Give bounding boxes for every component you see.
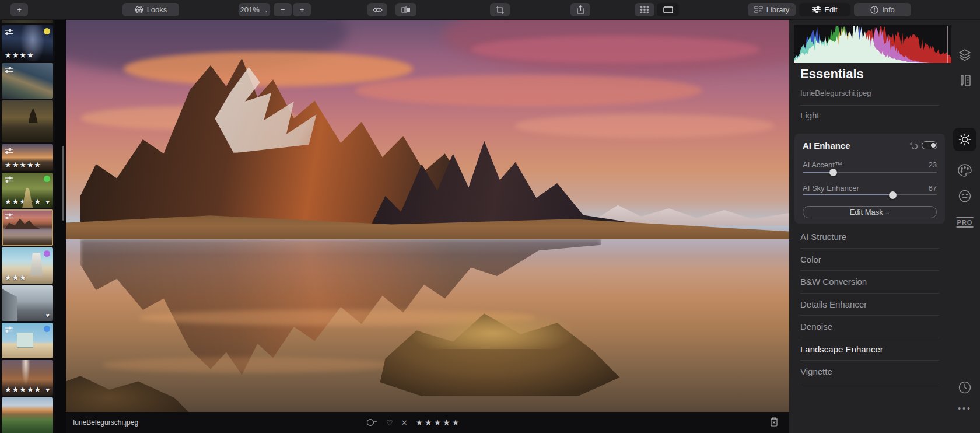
filmstrip-thumbnail[interactable]: ★★★ <box>2 247 53 284</box>
edited-badge-icon <box>4 146 13 157</box>
filmstrip-thumbnail[interactable] <box>2 20 53 23</box>
tab-label: Library <box>766 5 790 14</box>
rating-stars[interactable]: ★★★★★ <box>416 418 461 427</box>
slider-thumb[interactable] <box>889 191 897 199</box>
pro-label: PRO <box>957 217 974 228</box>
edit-mask-label: Edit Mask <box>850 208 883 216</box>
panel-filename: IurieBelegurschi.jpeg <box>800 89 871 97</box>
plus-icon: + <box>17 5 22 14</box>
tab-edit[interactable]: Edit <box>799 3 850 16</box>
canvas-tools-icon[interactable] <box>958 74 972 89</box>
share-button[interactable] <box>570 3 590 16</box>
filmstrip-thumbnail-selected[interactable] <box>2 209 53 246</box>
thumb-rating-stars: ★★★★★ <box>5 385 41 394</box>
color-label-dot <box>44 250 50 257</box>
filmstrip-thumbnail[interactable]: ★★★★★ <box>2 144 53 171</box>
filmstrip-thumbnail[interactable]: ★★★★ <box>2 25 53 61</box>
thumb-favorite-icon: ♥ <box>46 312 50 319</box>
section-color[interactable]: Color <box>800 249 939 271</box>
filmstrip-thumbnail[interactable]: ★★★★★♥ <box>2 173 53 208</box>
compare-before-after-button[interactable] <box>396 3 416 16</box>
ai-enhance-toggle[interactable] <box>922 141 937 149</box>
history-clock-icon[interactable] <box>958 380 972 394</box>
slider-value: 23 <box>929 160 937 169</box>
trash-icon[interactable] <box>769 417 779 429</box>
panel-title: Essentials <box>800 67 864 82</box>
single-view-icon <box>663 6 673 13</box>
color-label-dot <box>44 28 50 34</box>
photo-canvas[interactable] <box>66 20 789 412</box>
zoom-out-button[interactable]: − <box>274 3 292 16</box>
zoom-value: 201% <box>240 5 260 14</box>
edited-badge-icon <box>4 27 13 38</box>
tab-library[interactable]: Library <box>748 3 796 16</box>
ai-enhance-title: AI Enhance <box>803 141 850 151</box>
canvas-area: IurieBelegurschi.jpeg ♡ ✕ ★★★★★ <box>66 20 789 433</box>
tab-label: Info <box>882 5 895 14</box>
crop-button[interactable] <box>490 3 510 16</box>
edit-state-icon[interactable] <box>366 418 378 427</box>
chevron-down-icon: ⌄ <box>886 209 890 215</box>
portrait-smiley-icon[interactable] <box>958 189 972 203</box>
layers-icon[interactable] <box>958 48 972 62</box>
photo-art <box>514 114 775 137</box>
preview-original-button[interactable] <box>368 3 387 16</box>
color-label-dot <box>44 326 50 332</box>
section-denoise[interactable]: Denoise <box>800 316 939 338</box>
zoom-level-dropdown[interactable]: 201% ⌄ <box>239 3 270 16</box>
top-toolbar: + Looks 201% ⌄ − + <box>0 0 980 20</box>
favorite-heart-icon[interactable]: ♡ <box>386 418 393 427</box>
edited-badge-icon <box>4 212 13 222</box>
edit-mask-button[interactable]: Edit Mask ⌄ <box>803 206 937 218</box>
section-b-w-conversion[interactable]: B&W Conversion <box>800 271 939 294</box>
reset-icon[interactable] <box>909 141 918 152</box>
dots-label: ••• <box>958 404 972 413</box>
tab-info[interactable]: Info <box>854 3 911 16</box>
thumb-rating-stars: ★★★★★ <box>5 160 41 169</box>
slider-thumb[interactable] <box>830 169 837 176</box>
thumb-rating-stars: ★★★★★ <box>5 197 41 206</box>
edit-sliders-icon <box>812 6 821 13</box>
photo-art <box>66 239 789 255</box>
thumb-rating-stars: ★★★ <box>5 273 27 282</box>
edited-badge-icon <box>4 325 13 336</box>
filmstrip-thumbnail[interactable] <box>2 100 53 142</box>
reject-x-icon[interactable]: ✕ <box>401 418 408 427</box>
section-details-enhancer[interactable]: Details Enhancer <box>800 294 939 316</box>
zoom-in-button[interactable]: + <box>293 3 311 16</box>
slider-track[interactable] <box>803 172 937 173</box>
gallery-grid-view-button[interactable] <box>635 3 654 16</box>
looks-button[interactable]: Looks <box>123 3 179 16</box>
filmstrip-thumbnail[interactable] <box>2 397 53 433</box>
photo-art <box>102 357 391 373</box>
tab-label: Edit <box>824 5 837 14</box>
section-ai-structure[interactable]: AI Structure <box>800 226 939 249</box>
section-landscape-enhancer[interactable]: Landscape Enhancer <box>800 338 939 361</box>
add-photos-button[interactable]: + <box>10 3 28 16</box>
single-image-view-button[interactable] <box>657 3 679 16</box>
edit-side-panel: Essentials IurieBelegurschi.jpeg Light A… <box>789 20 980 433</box>
compare-icon <box>401 6 411 13</box>
creative-palette-icon[interactable] <box>957 163 972 177</box>
color-label-dot <box>44 176 50 182</box>
slider-track[interactable] <box>803 194 937 195</box>
essentials-sun-icon[interactable] <box>953 128 977 151</box>
ai-enhance-card: AI Enhance AI Accent™23AI Sky Enhancer67… <box>794 134 945 224</box>
library-icon <box>754 6 763 13</box>
filmstrip-scrollbar[interactable] <box>62 146 64 221</box>
filmstrip-thumbnail[interactable]: ♥ <box>2 285 53 321</box>
more-options-icon[interactable]: ••• <box>958 404 972 413</box>
section-light[interactable]: Light <box>800 110 820 120</box>
toggle-knob <box>931 143 936 148</box>
filmstrip-thumbnail[interactable]: ★★★★★♥ <box>2 360 53 396</box>
histogram[interactable] <box>794 25 951 63</box>
canvas-bottom-bar: IurieBelegurschi.jpeg ♡ ✕ ★★★★★ <box>66 412 789 433</box>
filmstrip-thumbnail[interactable] <box>2 323 53 358</box>
pro-badge[interactable]: PRO <box>957 217 974 228</box>
filmstrip-thumbnail[interactable] <box>2 63 53 99</box>
photo-art <box>124 51 413 86</box>
share-icon <box>577 5 584 14</box>
edited-badge-icon <box>4 65 13 76</box>
section-vignette[interactable]: Vignette <box>800 361 939 383</box>
chevron-down-icon: ⌄ <box>264 7 269 13</box>
